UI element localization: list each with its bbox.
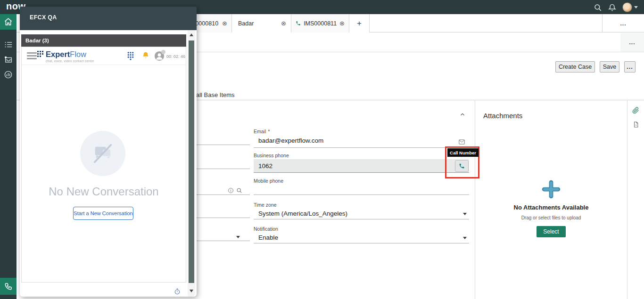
scroll-up-arrow[interactable] [190,33,193,36]
brand-tagline: chat, voice, video contact center [46,59,94,63]
chat-slash-icon [91,143,115,164]
business-phone-label: Business phone [254,153,289,158]
scrollbar-thumb[interactable] [189,40,194,283]
dialpad-icon[interactable] [127,51,134,62]
sidebar-item-dashboard[interactable] [0,67,17,82]
close-tab-icon[interactable]: ⊗ [281,20,286,26]
sidebar-item-home[interactable] [0,14,17,30]
brand-name-expert: Expert [46,50,70,58]
business-phone-field[interactable]: 1062 [254,159,469,173]
efcx-chat-window: EFCX QA Badar (3) ExpertFlow [20,7,197,297]
email-underline [254,147,469,148]
chat-scrollbar [188,30,195,297]
close-tab-icon[interactable]: ⊗ [222,20,227,26]
home-icon [4,17,13,26]
brand-name-flow: Flow [70,50,86,58]
info-icon[interactable] [228,187,234,194]
call-number-tooltip: Call Number [447,148,479,157]
add-attachment-plus-icon[interactable] [541,179,561,199]
notifications-bell-icon[interactable] [607,3,617,12]
notification-underline [254,243,469,243]
scroll-down-arrow[interactable] [190,290,193,292]
alerts-bell-icon[interactable] [142,51,149,61]
phone-icon [459,163,465,169]
document-icon[interactable] [633,121,640,129]
tab-overflow-zone: ... [602,14,644,32]
expertflow-logo-mark [37,50,44,57]
no-conversation-icon-circle [80,131,125,176]
chat-widget-card: ExpertFlow chat, voice, video contact ce… [21,47,186,283]
tab-contact-badar[interactable]: Badar ⊗ [232,14,291,32]
attachments-hint-text: Drag or select files to upload [475,215,627,220]
notification-label: Notification [254,226,278,232]
required-icon: * [268,129,270,134]
select-files-button[interactable]: Select [537,226,565,237]
tab-label: IMS0000811 [304,20,337,27]
dropdown-caret-icon[interactable] [236,236,240,238]
save-button[interactable]: Save [600,61,619,73]
expertflow-logo: ExpertFlow [37,50,86,58]
user-avatar[interactable] [622,2,632,12]
close-tab-icon[interactable]: ⊗ [339,20,345,26]
record-more-zone: ... [620,33,644,52]
notification-select[interactable]: Enable [258,234,278,241]
attachments-title: Attachments [483,112,522,120]
phone-icon [296,20,301,26]
mobile-phone-underline [254,194,469,195]
create-case-button[interactable]: Create Case [555,61,595,73]
chat-widget-header: ExpertFlow chat, voice, video contact ce… [22,47,186,65]
no-attachments-text: No Attachments Available [475,204,627,211]
time-zone-select[interactable]: System (America/Los_Angeles) [258,210,347,217]
add-tab-button[interactable]: + [349,14,370,32]
sidebar-item-lists[interactable] [0,37,17,52]
list-icon [4,41,13,48]
email-field[interactable]: badar@expertflow.com [258,137,323,144]
time-zone-underline [254,219,469,219]
hamburger-menu-icon[interactable] [27,52,37,59]
record-more-button[interactable]: ... [629,39,635,46]
inbox-icon [4,55,13,64]
tab-label: Badar [238,20,254,27]
paperclip-icon[interactable] [632,107,640,114]
timer-clock-icon[interactable] [174,288,181,295]
efcx-window-body: Badar (3) ExpertFlow chat [20,30,197,297]
lookup-search-icon[interactable] [236,187,243,194]
call-number-button[interactable] [455,160,469,172]
mobile-phone-label: Mobile phone [254,178,283,184]
session-timer: 00: 02: 46 [166,54,185,59]
efcx-window-title: EFCX QA [30,14,57,21]
tab-label: 0000810 [195,20,218,27]
start-new-conversation-button[interactable]: Start a New Conversation [73,207,133,220]
sidebar-item-phone[interactable] [0,278,17,295]
business-phone-value: 1062 [258,162,272,170]
email-label: Email* [254,129,270,134]
time-zone-label: Time zone [254,202,277,208]
collapse-section-chevron-icon[interactable] [459,111,467,119]
tab-overflow-button[interactable]: ... [620,20,626,27]
dropdown-caret-icon[interactable] [463,213,467,215]
rail-divider [627,100,627,299]
conversation-header[interactable]: Badar (3) [21,34,186,47]
dashboard-icon [4,70,13,79]
more-actions-button[interactable]: ... [624,61,636,73]
phone-icon [4,282,13,291]
app-sidebar [0,14,17,299]
presence-status-dot [161,50,165,54]
email-icon [459,138,465,146]
no-new-conversation-text: No New Conversation [22,185,186,198]
search-icon[interactable] [593,3,603,12]
sidebar-item-inbox[interactable] [0,52,17,67]
efcx-window-header[interactable]: EFCX QA [20,7,197,30]
chevron-down-icon[interactable] [634,6,638,8]
tab-interaction-ims0000811[interactable]: IMS0000811 ⊗ [291,14,349,32]
dropdown-caret-icon[interactable] [463,237,467,239]
attachments-empty-state: No Attachments Available Drag or select … [475,179,627,237]
